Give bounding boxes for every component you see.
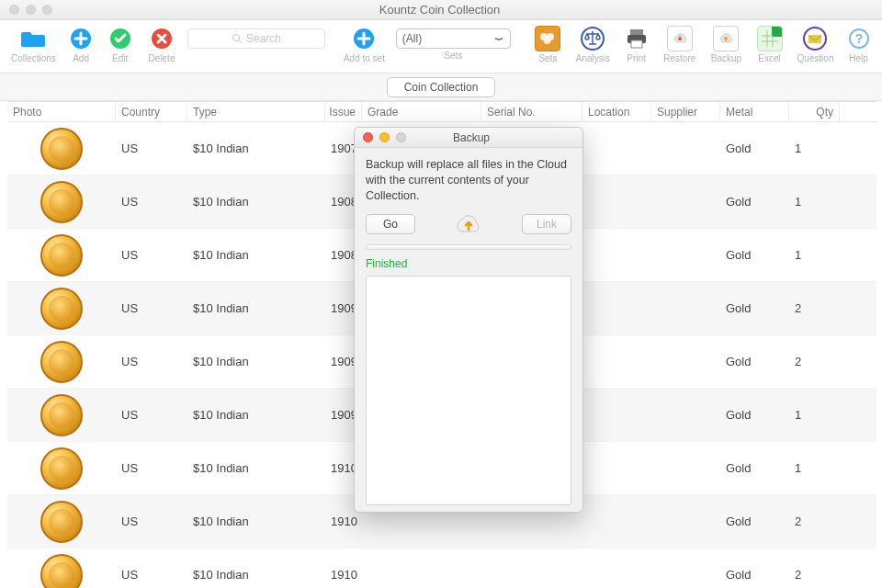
cell-metal: Gold: [720, 355, 789, 368]
folder-icon: [21, 28, 45, 49]
sets-selected-value: (All): [402, 32, 422, 45]
tab-coin-collection[interactable]: Coin Collection: [387, 77, 496, 97]
cell-country: US: [116, 355, 187, 368]
table-row[interactable]: US$10 Indian1910Gold2: [7, 548, 876, 588]
search-icon: [232, 33, 243, 44]
dialog-status: Finished: [366, 257, 571, 270]
print-button[interactable]: Print: [620, 26, 652, 63]
cell-country: US: [116, 301, 187, 315]
toolbar-label: Excel: [758, 53, 780, 63]
cell-photo: [7, 288, 116, 330]
col-metal[interactable]: Metal: [720, 102, 789, 121]
cell-issue: 1910: [325, 514, 362, 528]
chevron-down-icon: [493, 33, 504, 44]
dialog-progress-bar: [366, 244, 571, 250]
cell-country: US: [116, 461, 187, 475]
sets-button[interactable]: Sets: [530, 26, 565, 63]
dialog-titlebar: Backup: [355, 128, 582, 148]
link-button[interactable]: Link: [522, 214, 571, 234]
add-to-set-button[interactable]: Add to set: [340, 26, 389, 63]
col-country[interactable]: Country: [116, 102, 187, 121]
toolbar-label: Add to set: [344, 53, 385, 63]
cell-type: $10 Indian: [187, 461, 325, 475]
svg-point-3: [233, 35, 240, 41]
mail-question-icon: [803, 27, 827, 51]
coin-icon: [40, 501, 83, 543]
sets-dropdown[interactable]: (All): [396, 28, 511, 49]
cell-metal: Gold: [720, 461, 789, 475]
search-placeholder: Search: [246, 32, 281, 45]
col-photo[interactable]: Photo: [7, 102, 116, 121]
restore-button[interactable]: Restore: [660, 26, 700, 63]
sets-dropdown-wrap: (All) Sets: [396, 26, 511, 61]
cloud-upload-icon: [448, 213, 489, 235]
cloud-upload-icon: [718, 32, 734, 45]
toolbar-label: Help: [849, 53, 868, 63]
analysis-button[interactable]: Analysis: [573, 26, 614, 63]
dialog-traffic-lights: [355, 132, 406, 142]
col-issue[interactable]: Issue: [325, 102, 362, 121]
check-circle-icon: [109, 28, 131, 50]
backup-button[interactable]: Backup: [707, 26, 746, 63]
go-button[interactable]: Go: [366, 214, 415, 234]
coin-icon: [40, 234, 83, 277]
cell-type: $10 Indian: [187, 248, 325, 262]
cell-qty: 1: [789, 461, 840, 475]
toolbar-label: Restore: [663, 53, 695, 63]
help-button[interactable]: ? Help: [844, 26, 873, 63]
col-grade[interactable]: Grade: [362, 102, 481, 121]
coin-icon: [40, 447, 83, 490]
toolbar-label: Add: [73, 53, 89, 63]
toolbar-label: Print: [627, 53, 646, 63]
dialog-body: Backup will replace all files in the Clo…: [355, 148, 582, 514]
svg-text:?: ?: [854, 31, 863, 46]
help-icon: ?: [849, 28, 869, 49]
col-supplier[interactable]: Supplier: [651, 102, 720, 121]
coin-set-icon: [539, 32, 556, 45]
table-header: Photo Country Type Issue Grade Serial No…: [7, 102, 876, 122]
cell-country: US: [116, 141, 187, 155]
coin-icon: [40, 554, 83, 589]
toolbar-label: Sets: [444, 51, 462, 61]
cell-qty: 2: [789, 514, 840, 528]
dialog-button-row: Go Link: [366, 213, 571, 235]
cell-photo: [7, 394, 116, 436]
col-qty[interactable]: Qty: [789, 102, 840, 121]
collections-button[interactable]: Collections: [9, 26, 58, 63]
dialog-title: Backup: [406, 131, 582, 144]
cell-metal: Gold: [720, 568, 789, 582]
question-button[interactable]: Question: [794, 26, 837, 63]
cell-qty: 1: [789, 248, 840, 262]
svg-rect-14: [808, 35, 821, 43]
zoom-window-icon[interactable]: [42, 5, 52, 15]
col-location[interactable]: Location: [582, 102, 651, 121]
minimize-window-icon[interactable]: [26, 5, 36, 15]
close-window-icon[interactable]: [9, 5, 19, 15]
window-title: Kountz Coin Collection: [52, 3, 827, 17]
search-field-wrap: Search: [187, 26, 325, 61]
col-serial[interactable]: Serial No.: [481, 102, 582, 121]
cell-qty: 1: [789, 408, 840, 422]
toolbar-label: Question: [797, 53, 833, 63]
dialog-close-icon[interactable]: [363, 132, 373, 142]
toolbar-label: Delete: [149, 53, 175, 63]
toolbar-label: Collections: [11, 53, 56, 63]
dialog-log-area[interactable]: [366, 276, 571, 505]
add-button[interactable]: Add: [65, 26, 97, 63]
cell-qty: 2: [789, 355, 840, 368]
cell-country: US: [116, 248, 187, 262]
search-input[interactable]: Search: [187, 28, 325, 49]
cell-type: $10 Indian: [187, 568, 325, 582]
coin-icon: [40, 181, 83, 223]
dialog-message: Backup will replace all files in the Clo…: [366, 157, 571, 204]
col-type[interactable]: Type: [187, 102, 325, 121]
delete-button[interactable]: Delete: [143, 26, 180, 63]
cell-type: $10 Indian: [187, 355, 325, 368]
dialog-minimize-icon[interactable]: [379, 132, 390, 142]
cell-photo: [7, 554, 116, 589]
cell-photo: [7, 181, 116, 223]
edit-button[interactable]: Edit: [104, 26, 136, 63]
scales-icon: [581, 27, 605, 51]
plus-circle-icon: [353, 28, 375, 50]
excel-button[interactable]: Excel: [752, 26, 786, 63]
